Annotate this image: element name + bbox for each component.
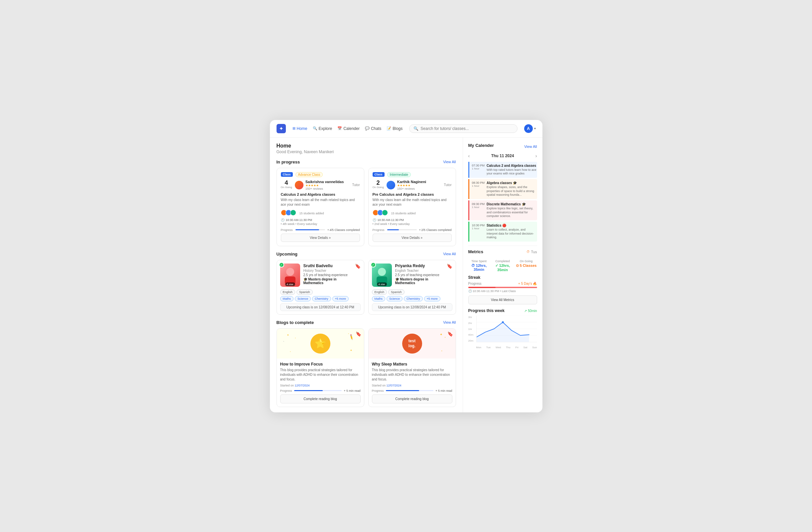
cal-event-desc-1: Explore shapes, sizes, and the propertie… bbox=[487, 186, 537, 197]
in-progress-card-1[interactable]: Class Advance Class 4 On Going Saikrishn… bbox=[277, 168, 364, 246]
progress-text-2: • 2/5 Classes completed bbox=[419, 228, 452, 232]
view-details-btn-2[interactable]: View Details » bbox=[373, 234, 452, 242]
nav-calender[interactable]: 📅 Calender bbox=[337, 126, 360, 131]
x-label-sun: Sun bbox=[532, 346, 537, 349]
teacher-degree-1: 🎓 Masters degree in Mathematics bbox=[303, 278, 352, 285]
y-label-2hr: 2hr bbox=[468, 322, 474, 325]
avatar-wrapper[interactable]: A ▾ bbox=[524, 124, 536, 133]
tutor-avatar-2 bbox=[387, 181, 395, 189]
cal-event-1[interactable]: 08:30 PM 1 hour Algebra classes 🎓 Explor… bbox=[468, 179, 537, 199]
in-progress-view-all[interactable]: View All bbox=[443, 160, 456, 164]
metrics-section-header: Metrics ⏱ Tus bbox=[468, 249, 537, 257]
in-progress-header: In progress View All bbox=[277, 160, 456, 164]
cal-event-desc-2: Explore topics like logic, set theory, a… bbox=[487, 207, 537, 218]
stars-2: ★★★★★ bbox=[397, 184, 442, 187]
streak-label: Progress bbox=[468, 282, 482, 285]
tag-english-2: English bbox=[372, 290, 387, 295]
nav-blogs[interactable]: 📝 Blogs bbox=[387, 126, 403, 131]
sleep-circle: testlog. bbox=[402, 334, 422, 354]
upcoming-card-1[interactable]: ✓ 4 star Sruthi Badvellu bbox=[277, 260, 364, 315]
cal-event-desc-3: Learn to collect, analyze, and interpret… bbox=[487, 228, 537, 240]
level-badge-2: Intermediate bbox=[387, 172, 411, 177]
progress-week-header: Progress this week ↗ 50min bbox=[468, 308, 537, 313]
cal-next-btn[interactable]: › bbox=[535, 153, 537, 159]
cal-event-0[interactable]: 07:30 PM 1 hour Calculus 2 and Algebra c… bbox=[468, 162, 537, 178]
logo-icon: ✦ bbox=[277, 124, 286, 133]
cal-event-2[interactable]: 09:30 PM 1 hour Discrete Mathematics 🎓 E… bbox=[468, 201, 537, 220]
chart-container: 3hr 2hr 1hr 40m 20m bbox=[468, 316, 537, 349]
home-icon: ⊞ bbox=[292, 126, 295, 131]
blogs-view-all[interactable]: View All bbox=[443, 320, 456, 324]
check-icon-2: ✓ bbox=[371, 262, 376, 267]
streak-row: Progress + 5 Day's 🔥 bbox=[468, 282, 537, 285]
user-avatar[interactable]: A bbox=[524, 124, 533, 133]
nav-chats-label: Chats bbox=[371, 126, 381, 131]
streak-value: + 5 Day's 🔥 bbox=[518, 282, 537, 285]
complete-blog-btn-1[interactable]: Complete reading blog bbox=[280, 395, 361, 403]
nav-explore[interactable]: 🔍 Explore bbox=[313, 126, 332, 131]
metric-completed: Completed ✓ 12hrs, 35min bbox=[492, 260, 513, 272]
y-label-20m: 20m bbox=[468, 339, 474, 342]
tag-more-2: +5 more bbox=[424, 296, 440, 301]
star-badge-2: 4 star bbox=[377, 282, 387, 286]
y-label-40m: 40m bbox=[468, 333, 474, 336]
nav-chats[interactable]: 💬 Chats bbox=[365, 126, 381, 131]
nav-calender-label: Calender bbox=[343, 126, 360, 131]
progress-label-2: Progress bbox=[373, 228, 385, 232]
class-badge-1: Class bbox=[281, 172, 293, 177]
teacher-degree-2: 🎓 Masters degree in Mathematics bbox=[395, 278, 444, 285]
nav-links: ⊞ Home 🔍 Explore 📅 Calender 💬 Chats 📝 Bl… bbox=[292, 126, 403, 131]
teacher-info-2: Priyanka Reddy English Teacher 2.5 yrs o… bbox=[395, 264, 444, 285]
in-progress-card-2[interactable]: Class Intermediate 2 On Going Karthik Na… bbox=[368, 168, 456, 246]
cal-event-duration-1: 1 hour bbox=[472, 184, 485, 188]
complete-blog-btn-2[interactable]: Complete reading blog bbox=[372, 395, 452, 403]
y-label-3hr: 3hr bbox=[468, 316, 474, 319]
view-metrics-btn[interactable]: View All Metrics bbox=[468, 295, 537, 305]
page-subtitle: Good Evening, Naveen Manikeri bbox=[277, 149, 456, 154]
blog-title-2: Why Sleep Matters bbox=[372, 362, 452, 367]
navbar: ✦ ⊞ Home 🔍 Explore 📅 Calender 💬 Chats 📝 … bbox=[270, 120, 542, 137]
blogs-header: Blogs to complete View All bbox=[277, 320, 456, 325]
tag-chemistry-1: Chemistry bbox=[312, 296, 331, 301]
blog-card-1[interactable]: 🔖 ✦ • • • ✦ • ⭐ ✏️ bbox=[277, 328, 364, 407]
blog-card-2[interactable]: 🔖 ✦ • • testlog. Why Sleep Matters This … bbox=[368, 328, 456, 407]
search-input[interactable] bbox=[420, 126, 513, 131]
x-label-thu: Thu bbox=[506, 346, 510, 349]
view-details-btn-1[interactable]: View Details » bbox=[281, 234, 360, 242]
cal-event-title-3: Statistics 🔴 bbox=[487, 224, 537, 227]
cal-event-duration-3: 1 hour bbox=[472, 227, 485, 230]
bookmark-icon-2[interactable]: 🔖 bbox=[447, 264, 452, 269]
upcoming-card-2[interactable]: ✓ 4 star Priyanka Reddy bbox=[368, 260, 456, 315]
avatar-chevron: ▾ bbox=[534, 127, 536, 130]
on-going-1: On Going bbox=[281, 186, 292, 189]
blog-inner-1: How to Improve Focus This blog provides … bbox=[277, 358, 364, 407]
app-container: ✦ ⊞ Home 🔍 Explore 📅 Calender 💬 Chats 📝 … bbox=[270, 120, 542, 412]
on-going-2: On Going bbox=[373, 186, 384, 189]
reviews-2: 150+ reviews bbox=[397, 187, 442, 190]
upcoming-view-all[interactable]: View All bbox=[443, 252, 456, 256]
cal-prev-btn[interactable]: ‹ bbox=[468, 153, 470, 159]
tutor-label-1: Tutor bbox=[352, 183, 360, 187]
cal-event-3[interactable]: 10:30 PM 1 hour Statistics 🔴 Learn to co… bbox=[468, 222, 537, 241]
cal-event-duration-0: 1 hour bbox=[472, 167, 485, 170]
tag-maths-2: Maths bbox=[372, 296, 386, 301]
tags-row-lang-2: English Spanish bbox=[372, 290, 452, 295]
teacher-info-1: Sruthi Badvellu History Teacher 2.5 yrs … bbox=[303, 264, 352, 285]
search-bar[interactable]: 🔍 bbox=[409, 124, 517, 133]
calendar-view-all[interactable]: View All bbox=[524, 145, 537, 149]
metric-time-label: Time Spent bbox=[468, 260, 490, 263]
bookmark-icon-1[interactable]: 🔖 bbox=[355, 264, 361, 269]
tutor-name-2: Karthik Nagineni bbox=[397, 180, 442, 184]
progress-week-badge: ↗ 50min bbox=[524, 309, 537, 313]
cal-event-time-3: 10:30 PM bbox=[472, 224, 485, 227]
tags-row-lang-1: English Spanish bbox=[280, 290, 361, 295]
x-label-sat: Sat bbox=[523, 346, 527, 349]
calendar-events: 07:30 PM 1 hour Calculus 2 and Algebra c… bbox=[468, 162, 537, 242]
class-desc-2: With my class learn all the math related… bbox=[373, 198, 452, 207]
teacher-exp-1: 2.5 yrs of teaching experience bbox=[303, 273, 352, 277]
nav-home[interactable]: ⊞ Home bbox=[292, 126, 307, 131]
metric-ongoing-label: On Going bbox=[516, 260, 537, 263]
y-label-1hr: 1hr bbox=[468, 328, 474, 331]
teacher-photo-container-1: ✓ 4 star bbox=[280, 264, 300, 287]
explore-icon: 🔍 bbox=[313, 126, 317, 131]
